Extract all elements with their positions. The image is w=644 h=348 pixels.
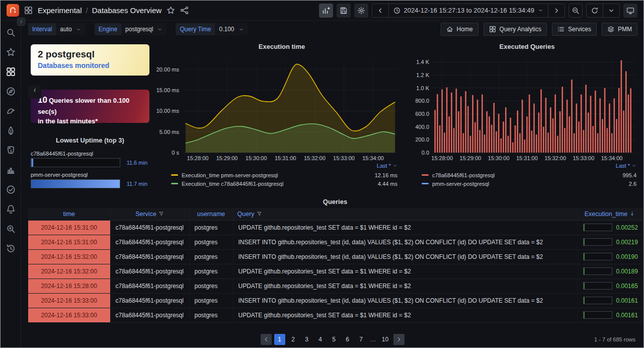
sidebar-item-starred[interactable] [1,42,21,62]
legend-series-name[interactable]: pmm-server-postgresql [432,181,489,187]
pagination-page-3[interactable]: 3 [301,334,312,345]
sidebar-item-postgresql[interactable] [1,141,21,160]
cell-query: UPDATE github.repositories_test SET data… [233,308,578,322]
sidebar-item-advisors[interactable] [1,180,21,199]
svg-text:1.4 K: 1.4 K [416,59,429,65]
sidebar-item-explore[interactable] [1,219,21,239]
pagination-prev-button[interactable] [261,334,272,345]
sidebar-item-mongodb[interactable] [1,121,21,141]
column-header-time[interactable]: time [28,208,110,220]
cell-execution-time: 0.00161 [578,293,642,308]
pagination-page-6[interactable]: 6 [342,334,353,345]
filter-icon[interactable] [158,211,164,217]
sidebar-item-query-analytics[interactable] [1,160,21,180]
legend-series-name[interactable]: c78a68445f61-postgresql [432,172,495,178]
column-header-execution_time[interactable]: Execution_time [578,208,642,220]
execution-time-panel-title[interactable]: Execution time [153,43,411,50]
info-icon[interactable]: i [28,86,41,99]
sidebar-item-mysql[interactable] [1,101,21,121]
sidebar-item-alerting[interactable] [1,199,21,219]
filter-icon[interactable] [257,211,262,217]
executed-queries-panel-title[interactable]: Executed Queries [411,43,643,50]
svg-text:15:28:00: 15:28:00 [187,155,209,161]
pagination-page-4[interactable]: 4 [315,334,326,345]
cell-username: postgres [189,220,233,235]
table-row: 2024-12-16 15:31:00c78a68445f61-postgres… [28,220,642,235]
zoom-out-button[interactable] [569,4,583,18]
caret-down-icon [238,27,244,32]
query-analytics-button[interactable]: Query Analytics [484,23,547,36]
pagination-page-1[interactable]: 1 [274,334,285,345]
svg-text:0.0: 0.0 [422,150,429,156]
column-header-username[interactable]: username [189,208,233,220]
caret-down-icon [392,163,397,168]
legend-last-header[interactable]: Last * [171,163,397,169]
variable-interval-select[interactable]: auto [56,23,85,35]
home-button[interactable]: Home [441,23,478,36]
variable-engine-select[interactable]: postgresql [121,23,167,35]
legend-series-name[interactable]: Execution_time pmm-server-postgresql [182,172,278,178]
slow-queries-card: 10Queries slower than 0.100 sec(s) in th… [31,90,149,123]
favorite-star-icon[interactable] [167,6,175,15]
cell-time: 2024-12-16 15:28:00 [28,279,110,293]
execution-time-value: 0.00252 [616,224,638,231]
time-shift-back-button[interactable] [372,4,388,17]
breadcrumb-folder[interactable]: Experimental [38,6,82,15]
pagination-ellipsis: … [369,336,377,343]
execution-time-gauge-fill [584,283,585,289]
executed-queries-chart[interactable]: 0.0200.0400.0600.0800.01.0 K1.2 K1.4 K15… [411,52,643,168]
refresh-group [586,4,620,18]
sort-desc-icon[interactable] [629,211,635,217]
uptime-gauge-track [31,179,120,188]
column-header-service[interactable]: Service [110,208,189,220]
legend-series-name[interactable]: Execution_time c78a68445f61-postgresql [182,181,283,187]
svg-text:200.0: 200.0 [415,136,429,143]
svg-text:15:33:00: 15:33:00 [573,155,594,161]
caret-down-icon [538,8,543,13]
pmm-logo-icon[interactable] [7,4,19,17]
pmm-button[interactable]: PMM [602,23,637,36]
apps-grid-icon[interactable] [24,6,33,15]
time-range-picker[interactable]: 2024-12-16 15:27:13 to 2024-12-16 15:34:… [388,4,548,17]
mysql-icon [6,106,16,116]
pagination-page-5[interactable]: 5 [329,334,340,345]
svg-text:5.00 ms: 5.00 ms [159,129,180,135]
svg-text:800.0: 800.0 [415,98,429,104]
dashboard-settings-button[interactable] [354,4,368,18]
svg-text:1.2 K: 1.2 K [416,72,429,78]
add-panel-button[interactable] [319,4,333,18]
execution-time-chart[interactable]: 0 s5.00 ms10.00 ms15.00 ms20.00 ms15:28:… [153,52,411,168]
cell-time: 2024-12-16 15:32:00 [28,249,110,264]
services-button[interactable]: Services [552,23,597,36]
sidebar-item-operating-system[interactable] [1,82,21,101]
time-shift-forward-button[interactable] [548,4,565,17]
pagination-page-7[interactable]: 7 [356,334,367,345]
pagination-page-10[interactable]: 10 [380,334,391,345]
save-dashboard-button[interactable] [337,4,351,18]
variable-query-time-select[interactable]: 0.100 [215,23,248,35]
cell-query: INSERT INTO github.repositories_test (id… [233,249,578,264]
cell-time: 2024-12-16 15:31:00 [28,235,110,249]
cell-execution-time: 0.00189 [578,264,642,279]
column-header-query[interactable]: Query [233,208,578,220]
sidebar-item-history[interactable] [1,239,21,258]
kiosk-mode-button[interactable] [623,4,637,18]
queries-table: timeServiceusernameQueryExecution_time 2… [28,208,642,323]
refresh-button[interactable] [587,4,603,17]
legend-row: c78a68445f61-postgresql995.4 [422,171,636,179]
info-glyph: i [34,87,35,93]
refresh-interval-caret[interactable] [603,4,619,17]
sidebar-expand-button[interactable] [17,18,25,26]
dashboard-links: HomeQuery AnalyticsServicesPMM [441,23,637,36]
sidebar-item-search[interactable] [1,23,21,42]
svg-text:20.00 ms: 20.00 ms [156,66,180,73]
sidebar-item-dashboards[interactable] [1,62,21,82]
share-icon[interactable] [180,6,189,15]
table-row: 2024-12-16 15:33:00c78a68445f61-postgres… [28,293,642,308]
queries-panel-title[interactable]: Queries [28,198,642,205]
pagination-next-button[interactable] [393,334,405,345]
cell-username: postgres [189,308,233,322]
legend-last-header[interactable]: Last * [422,163,636,169]
pagination-page-2[interactable]: 2 [288,334,299,345]
cell-username: postgres [189,249,233,264]
